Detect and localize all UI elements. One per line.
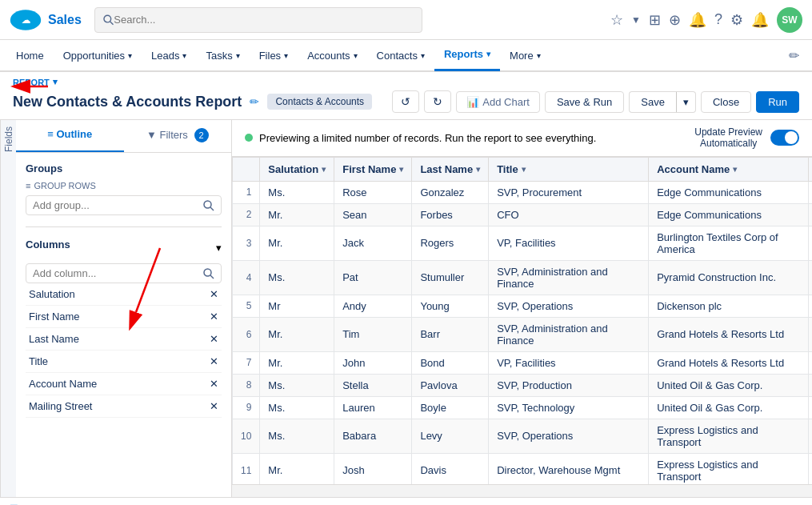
cell-title: SVP, Administration and Finance (489, 260, 649, 295)
sidebar-content: Groups ≡ GROUP ROWS Columns ▾ (16, 153, 231, 497)
th-firstname[interactable]: First Name▾ (334, 157, 412, 181)
svg-line-7 (210, 275, 214, 279)
cell-more (809, 453, 812, 484)
tab-outline[interactable]: ≡ Outline (16, 120, 124, 152)
save-dropdown-button[interactable]: ▾ (676, 91, 696, 113)
nav-leads[interactable]: Leads▾ (142, 39, 196, 71)
search-bar[interactable] (94, 7, 422, 33)
column-item: Account Name✕ (26, 373, 222, 395)
cell-accountname: Edge Communications (649, 203, 809, 226)
close-button[interactable]: Close (701, 91, 751, 113)
cell-firstname: Babara (334, 419, 412, 453)
report-table-wrapper: Salutation▾ First Name▾ Last Name▾ Title… (232, 157, 812, 484)
filter-badge: 2 (194, 128, 209, 142)
toggle-thumb (785, 131, 798, 144)
cell-more (809, 317, 812, 351)
columns-dropdown-icon[interactable]: ▾ (216, 242, 222, 254)
search-input[interactable] (114, 14, 413, 26)
column-item: Mailing Street✕ (26, 395, 222, 418)
remove-column-icon[interactable]: ✕ (210, 288, 218, 300)
table-row: 10 Ms. Babara Levy SVP, Operations Expre… (233, 419, 813, 453)
add-column-input[interactable] (33, 267, 198, 279)
sort-icon: ▾ (399, 165, 403, 174)
help-icon[interactable]: ? (714, 11, 722, 28)
remove-column-icon[interactable]: ✕ (210, 333, 218, 345)
auto-preview-toggle[interactable] (770, 130, 799, 146)
cell-title: SVP, Procurement (489, 181, 649, 203)
th-accountname[interactable]: Account Name▾ (649, 157, 809, 181)
report-title-edit-icon[interactable]: ✏ (250, 95, 259, 108)
remove-column-icon[interactable]: ✕ (210, 378, 218, 390)
add-group-input[interactable] (33, 199, 198, 211)
notification-icon[interactable]: 🔔 (751, 11, 769, 29)
cell-accountname: United Oil & Gas Corp. (649, 396, 809, 419)
cell-firstname: Tim (334, 317, 412, 351)
salesforce-logo: ☁ (10, 9, 42, 31)
cell-title: SVP, Operations (489, 295, 649, 317)
cell-lastname: Davis (412, 453, 489, 484)
add-chart-button[interactable]: 📊 Add Chart (456, 91, 540, 113)
cell-firstname: Pat (334, 260, 412, 295)
row-number: 8 (233, 374, 260, 396)
svg-line-3 (110, 21, 114, 24)
remove-column-icon[interactable]: ✕ (210, 400, 218, 412)
main-nav: Home Opportunities▾ Leads▾ Tasks▾ Files▾… (0, 40, 812, 72)
th-title[interactable]: Title▾ (489, 157, 649, 181)
save-run-button[interactable]: Save & Run (545, 91, 624, 113)
nav-more[interactable]: More▾ (500, 39, 550, 71)
filter-icon: ▼ (146, 129, 157, 141)
nav-contacts[interactable]: Contacts▾ (367, 39, 434, 71)
report-label[interactable]: REPORT ▾ (13, 77, 799, 87)
column-item-label: Last Name (29, 333, 79, 345)
table-row: 9 Ms. Lauren Boyle SVP, Technology Unite… (233, 396, 813, 419)
remove-column-icon[interactable]: ✕ (210, 311, 218, 323)
th-lastname[interactable]: Last Name▾ (412, 157, 489, 181)
add-column-row[interactable] (26, 263, 222, 283)
run-button[interactable]: Run (756, 91, 799, 113)
remove-column-icon[interactable]: ✕ (210, 355, 218, 367)
waffle-icon[interactable]: ⊞ (649, 11, 661, 29)
table-row: 4 Ms. Pat Stumuller SVP, Administration … (233, 260, 813, 295)
nav-accounts[interactable]: Accounts▾ (298, 39, 366, 71)
th-salutation[interactable]: Salutation▾ (260, 157, 334, 181)
avatar[interactable]: SW (777, 7, 802, 33)
nav-opportunities[interactable]: Opportunities▾ (54, 39, 142, 71)
gear-icon[interactable]: ⚙ (730, 11, 743, 29)
save-button[interactable]: Save (629, 91, 676, 113)
cell-accountname: Express Logistics and Transport (649, 453, 809, 484)
cell-title: CFO (489, 203, 649, 226)
footer-bar[interactable]: ☰ To Do List (0, 497, 812, 505)
svg-point-4 (204, 201, 211, 208)
fields-panel[interactable]: Fields (0, 120, 16, 497)
chevron-icon: ▾ (182, 51, 186, 60)
cell-title: VP, Facilities (489, 226, 649, 260)
report-table: Salutation▾ First Name▾ Last Name▾ Title… (232, 157, 812, 484)
cell-lastname: Pavlova (412, 374, 489, 396)
outline-icon: ≡ (47, 128, 54, 140)
nav-edit-icon[interactable]: ✏ (782, 48, 806, 63)
horizontal-scrollbar[interactable] (232, 484, 812, 497)
preview-banner: Previewing a limited number of records. … (232, 120, 812, 157)
column-item: First Name✕ (26, 306, 222, 328)
nav-reports[interactable]: Reports▾ (434, 39, 500, 71)
columns-section-title: Columns (26, 238, 70, 250)
chevron-icon: ▾ (354, 51, 358, 60)
favorites-icon[interactable]: ☆ (610, 11, 623, 29)
nav-home[interactable]: Home (6, 39, 54, 71)
add-icon[interactable]: ⊕ (669, 11, 681, 29)
preview-banner-left: Previewing a limited number of records. … (245, 132, 596, 144)
cell-more (809, 181, 812, 203)
svg-text:☁: ☁ (22, 14, 30, 24)
bell-ring-icon[interactable]: 🔔 (689, 11, 706, 29)
preview-message: Previewing a limited number of records. … (259, 132, 596, 144)
cell-lastname: Boyle (412, 396, 489, 419)
nav-tasks[interactable]: Tasks▾ (196, 39, 249, 71)
favorites-dropdown-icon[interactable]: ▼ (631, 14, 641, 26)
redo-button[interactable]: ↻ (424, 90, 451, 113)
undo-button[interactable]: ↺ (392, 90, 419, 113)
nav-files[interactable]: Files▾ (250, 39, 298, 71)
cell-accountname: Edge Communications (649, 181, 809, 203)
row-number: 10 (233, 419, 260, 453)
tab-filters[interactable]: ▼ Filters 2 (124, 120, 232, 152)
add-group-row[interactable] (26, 195, 222, 215)
